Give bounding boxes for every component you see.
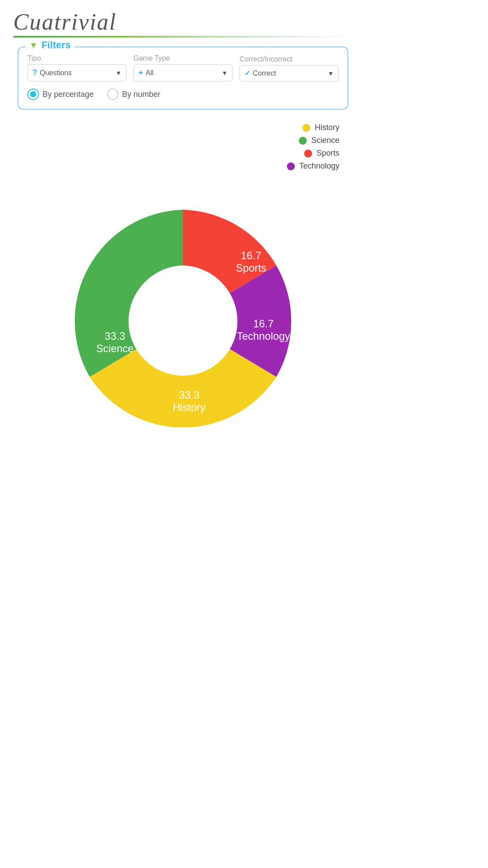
game-type-value: All — [146, 69, 154, 77]
app-title: Cuatrivial — [13, 9, 353, 35]
legend-item-technology: Technology — [287, 161, 339, 171]
label-tech-name: Technology — [237, 330, 290, 342]
tipo-label: Tipo — [27, 54, 126, 62]
legend-text-history: History — [315, 123, 339, 132]
filters-legend: ▼ Filters — [26, 39, 74, 51]
filters-section: ▼ Filters Tipo ? Questions ▼ Game Type — [18, 46, 348, 110]
tipo-select-inner: ? Questions — [32, 68, 72, 77]
correct-dropdown-arrow: ▼ — [328, 70, 334, 77]
correct-label: Correct/Incorrect — [240, 55, 339, 63]
label-history-value: 33.3 — [179, 389, 199, 401]
correct-value: Correct — [253, 69, 276, 77]
radio-circle-percentage — [27, 88, 39, 100]
correct-select-inner: ✓ Correct — [244, 69, 276, 77]
legend-item-sports: Sports — [304, 149, 339, 158]
page-container: Cuatrivial ▼ Filters Tipo ? Questions ▼ — [0, 0, 366, 463]
logo-underline — [13, 36, 353, 38]
label-science-name: Science — [96, 342, 134, 354]
game-type-group: Game Type + All ▼ — [133, 54, 233, 81]
legend-item-science: Science — [299, 136, 339, 145]
radio-by-percentage[interactable]: By percentage — [27, 88, 94, 100]
legend-text-technology: Technology — [299, 161, 339, 171]
legend-dot-technology — [287, 162, 295, 170]
label-science-value: 33.3 — [105, 330, 125, 342]
legend-dot-history — [302, 124, 310, 132]
tipo-group: Tipo ? Questions ▼ — [27, 54, 126, 81]
radio-row: By percentage By number — [27, 88, 339, 100]
radio-label-number: By number — [122, 90, 160, 99]
donut-chart: 16.7 Sports 16.7 Technology 33.3 History… — [59, 197, 307, 445]
legend-dot-science — [299, 137, 307, 145]
tipo-icon: ? — [32, 68, 37, 77]
radio-circle-number — [107, 88, 118, 100]
tipo-value: Questions — [40, 69, 72, 77]
filter-row: Tipo ? Questions ▼ Game Type + All — [27, 54, 339, 81]
filter-icon: ▼ — [29, 40, 38, 50]
label-sports-name: Sports — [236, 262, 267, 274]
legend-dot-sports — [304, 150, 312, 157]
game-type-dropdown-arrow: ▼ — [221, 69, 228, 77]
legend-item-history: History — [302, 123, 339, 132]
correct-group: Correct/Incorrect ✓ Correct ▼ — [240, 55, 339, 81]
tipo-dropdown-arrow: ▼ — [115, 69, 122, 77]
radio-label-percentage: By percentage — [42, 90, 94, 99]
game-type-select[interactable]: + All ▼ — [133, 64, 233, 81]
legend-text-sports: Sports — [316, 149, 339, 158]
legend-section: History Science Sports Technology — [13, 123, 353, 171]
chart-container: 16.7 Sports 16.7 Technology 33.3 History… — [13, 188, 353, 454]
donut-svg: 16.7 Sports 16.7 Technology 33.3 History… — [59, 197, 307, 445]
game-type-icon: + — [138, 68, 143, 77]
label-tech-value: 16.7 — [253, 318, 274, 330]
radio-by-number[interactable]: By number — [107, 88, 160, 100]
label-history-name: History — [173, 401, 206, 413]
game-type-label: Game Type — [133, 54, 233, 62]
legend-text-science: Science — [311, 136, 339, 145]
correct-icon: ✓ — [244, 69, 250, 77]
tipo-select[interactable]: ? Questions ▼ — [27, 64, 126, 81]
logo-section: Cuatrivial — [13, 9, 353, 38]
correct-select[interactable]: ✓ Correct ▼ — [240, 65, 339, 81]
donut-hole — [129, 267, 237, 376]
game-type-select-inner: + All — [138, 68, 153, 77]
label-sports-value: 16.7 — [241, 250, 261, 261]
filters-title: Filters — [42, 39, 71, 51]
